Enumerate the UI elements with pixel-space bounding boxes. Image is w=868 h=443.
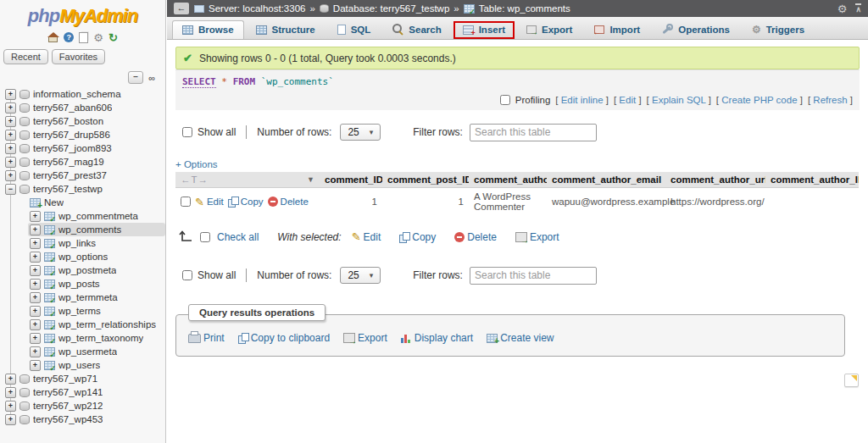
back-arrow-button[interactable]: ← — [174, 3, 189, 14]
sidebar-table-wp-usermeta[interactable]: wp_usermeta — [28, 345, 165, 358]
column-reorder-icon[interactable]: ←T→ — [181, 174, 209, 185]
sidebar-db-testwp[interactable]: terry567_testwp — [3, 182, 165, 196]
sidebar-table-wp-termmeta[interactable]: wp_termmeta — [28, 291, 165, 304]
create-view-link[interactable]: Create view — [487, 332, 554, 344]
column-header-comment-author[interactable]: comment_author — [469, 172, 547, 188]
options-toggle[interactable]: + Options — [175, 159, 218, 169]
phpmyadmin-logo[interactable]: phpMyAdmin — [0, 5, 165, 27]
rows-per-page-select[interactable]: 25 ▾ — [340, 267, 381, 284]
export-link[interactable]: Export — [343, 332, 387, 344]
sidebar-table-wp-posts[interactable]: wp_posts — [28, 277, 165, 291]
column-header-comment-author-ip[interactable]: comment_author_IP — [765, 172, 859, 188]
tab-browse[interactable]: Browse — [172, 20, 244, 39]
copy-to-clipboard-link[interactable]: Copy to clipboard — [238, 332, 330, 344]
explain-sql-link[interactable]: Explain SQL — [647, 95, 711, 105]
expand-plus-icon[interactable] — [5, 170, 16, 181]
expand-plus-icon[interactable] — [30, 292, 41, 303]
tab-sql[interactable]: SQL — [327, 20, 381, 39]
expand-plus-icon[interactable] — [5, 89, 16, 100]
favorites-button[interactable]: Favorites — [52, 49, 105, 64]
settings-gear-icon[interactable]: ⚙ — [93, 32, 103, 43]
expand-plus-icon[interactable] — [30, 211, 41, 222]
sidebar-table-wp-options[interactable]: wp_options — [28, 250, 165, 263]
expand-plus-icon[interactable] — [30, 319, 41, 330]
home-icon[interactable] — [47, 33, 58, 42]
sidebar-table-wp-terms[interactable]: wp_terms — [28, 304, 165, 318]
sidebar-table-wp-users[interactable]: wp_users — [28, 358, 165, 372]
collapse-all-button[interactable]: − — [128, 71, 143, 84]
expand-plus-icon[interactable] — [30, 265, 41, 276]
create-php-code-link[interactable]: Create PHP code — [716, 95, 803, 105]
refresh-link[interactable]: Refresh — [808, 95, 853, 105]
show-all-checkbox[interactable] — [182, 127, 192, 137]
expand-plus-icon[interactable] — [5, 374, 16, 385]
column-header-comment-author-email[interactable]: comment_author_email — [547, 172, 665, 188]
edit-inline-link[interactable]: Edit inline — [555, 95, 609, 105]
link-icon[interactable]: ∞ — [148, 73, 155, 83]
collapse-console-icon[interactable]: ∧ — [855, 3, 861, 14]
with-selected-export[interactable]: Export — [515, 231, 559, 243]
sidebar-db-drup586[interactable]: terry567_drup586 — [3, 128, 165, 141]
sidebar-table-wp-postmeta[interactable]: wp_postmeta — [28, 263, 165, 277]
column-header-comment-author-url[interactable]: comment_author_url — [665, 172, 765, 188]
with-selected-edit[interactable]: ✎Edit — [352, 231, 381, 243]
sidebar-db-joom893[interactable]: terry567_joom893 — [3, 141, 165, 155]
new-window-icon[interactable] — [844, 374, 859, 387]
expand-plus-icon[interactable] — [30, 279, 41, 290]
expand-plus-icon[interactable] — [30, 252, 41, 263]
tab-export[interactable]: Export — [516, 20, 582, 39]
recent-button[interactable]: Recent — [3, 49, 48, 64]
page-settings-gear-icon[interactable]: ⚙ — [837, 3, 848, 15]
row-checkbox[interactable] — [181, 197, 191, 207]
edit-link[interactable]: Edit — [614, 95, 642, 105]
expand-plus-icon[interactable] — [30, 333, 41, 344]
filter-rows-input[interactable] — [470, 124, 597, 141]
check-all-label[interactable]: Check all — [217, 231, 259, 243]
expand-plus-icon[interactable] — [5, 102, 16, 114]
expand-plus-icon[interactable] — [5, 143, 16, 154]
show-all-checkbox[interactable] — [182, 270, 192, 280]
sidebar-db-wp71[interactable]: terry567_wp71 — [3, 372, 165, 385]
sidebar-new-table[interactable]: New — [28, 196, 165, 209]
sidebar-db-aban606[interactable]: terry567_aban606 — [3, 101, 165, 114]
breadcrumb-server-link[interactable]: Server: localhost:3306 — [209, 3, 305, 14]
sidebar-table-wp-term-taxonomy[interactable]: wp_term_taxonomy — [28, 331, 165, 345]
tab-import[interactable]: Import — [584, 20, 650, 39]
row-edit-link[interactable]: ✎Edit — [195, 197, 224, 207]
tab-triggers[interactable]: ⚙Triggers — [742, 20, 815, 39]
sort-descending-icon[interactable]: ▼ — [307, 175, 314, 184]
sidebar-db-mag19[interactable]: terry567_mag19 — [3, 155, 165, 169]
expand-plus-icon[interactable] — [5, 387, 16, 398]
expand-plus-icon[interactable] — [30, 360, 41, 371]
refresh-icon[interactable]: ↻ — [108, 32, 118, 43]
tab-structure[interactable]: Structure — [246, 20, 326, 39]
row-copy-link[interactable]: Copy — [228, 197, 264, 207]
expand-plus-icon[interactable] — [5, 116, 16, 127]
sidebar-db-information-schema[interactable]: information_schema — [3, 87, 165, 101]
tab-search[interactable]: Search — [382, 19, 451, 39]
expand-plus-icon[interactable] — [30, 238, 41, 249]
rows-per-page-select[interactable]: 25 ▾ — [340, 124, 381, 141]
with-selected-copy[interactable]: Copy — [399, 231, 436, 243]
sidebar-db-wp453[interactable]: terry567_wp453 — [3, 413, 165, 426]
sidebar-db-wp141[interactable]: terry567_wp141 — [3, 385, 165, 399]
sidebar-table-wp-term-relationships[interactable]: wp_term_relationships — [28, 318, 165, 331]
documentation-icon[interactable] — [79, 32, 88, 43]
sidebar-db-wp212[interactable]: terry567_wp212 — [3, 399, 165, 413]
collapse-minus-icon[interactable] — [5, 184, 16, 195]
expand-plus-icon[interactable] — [5, 401, 16, 412]
expand-plus-icon[interactable] — [30, 224, 41, 235]
tab-insert[interactable]: Insert — [453, 21, 515, 39]
column-header-comment-id[interactable]: comment_ID — [320, 172, 382, 188]
tab-operations[interactable]: Operations — [652, 19, 740, 39]
breadcrumb-database-link[interactable]: Database: terry567_testwp — [333, 3, 449, 14]
sidebar-table-wp-commentmeta[interactable]: wp_commentmeta — [28, 209, 165, 223]
sidebar-db-boston[interactable]: terry567_boston — [3, 114, 165, 128]
expand-plus-icon[interactable] — [30, 346, 41, 357]
breadcrumb-table-link[interactable]: Table: wp_comments — [479, 3, 570, 14]
profiling-checkbox[interactable] — [500, 95, 510, 105]
print-link[interactable]: Print — [188, 332, 225, 344]
expand-plus-icon[interactable] — [5, 130, 16, 141]
with-selected-delete[interactable]: Delete — [454, 231, 497, 243]
expand-plus-icon[interactable] — [5, 414, 16, 425]
